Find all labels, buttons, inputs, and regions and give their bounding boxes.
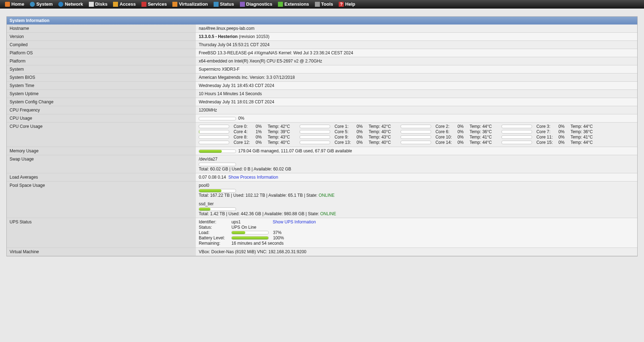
core-bar [401, 141, 431, 144]
row-memory-value: 179.04 GiB managed, 111.07 GiB used, 67.… [196, 147, 637, 155]
core-bar [199, 141, 229, 144]
core-5: Core 5:0%Temp: 40°C [300, 129, 401, 134]
access-icon [113, 2, 118, 7]
help-icon: ? [339, 2, 344, 7]
nav-help[interactable]: ?Help [337, 1, 357, 7]
core-bar [501, 141, 532, 144]
core-12: Core 12:0%Temp: 40°C [199, 140, 300, 145]
row-compiled-label: Compiled [7, 41, 196, 49]
core-bar [300, 141, 330, 144]
core-bar [501, 125, 532, 128]
nav-virtualization[interactable]: Virtualization [170, 1, 210, 7]
nav-diagnostics[interactable]: Diagnostics [238, 1, 275, 7]
pool-bar [199, 207, 236, 211]
core-bar [401, 130, 431, 134]
row-uptime-value: 10 Hours 14 Minutes 14 Seconds [196, 90, 637, 98]
home-icon [5, 2, 10, 7]
pool-bar [199, 189, 236, 192]
core-bar [401, 125, 431, 128]
core-9: Core 9:0%Temp: 43°C [300, 135, 401, 140]
virtualization-icon [172, 2, 177, 7]
core-bar [300, 130, 330, 134]
core-7: Core 7:0%Temp: 36°C [501, 129, 602, 134]
cpu-usage-bar [199, 117, 236, 120]
core-11: Core 11:0%Temp: 41°C [501, 135, 602, 140]
row-bios-value: American Megatrends Inc. Version: 3.3 07… [196, 74, 637, 82]
info-table: Hostnamenas4free.linux.peeps-lab.com Ver… [7, 25, 637, 256]
pool-ssd_tier: ssd_tierTotal: 1.42 TB | Used: 442.36 GB… [199, 201, 634, 216]
row-platformos-value: FreeBSD 13.3-RELEASE-p4 #XigmaNAS Kernel… [196, 49, 637, 57]
row-platformos-label: Platform OS [7, 49, 196, 57]
row-swap-value: /dev/da27Total: 60.02 GB | Used: 0 B | A… [196, 155, 637, 173]
disks-icon [89, 2, 94, 7]
row-time-label: System Time [7, 82, 196, 90]
row-bios-label: System BIOS [7, 74, 196, 82]
row-config-label: System Config Change [7, 98, 196, 106]
show-process-info-link[interactable]: Show Process Information [229, 175, 278, 180]
row-swap-label: Swap Usage [7, 155, 196, 173]
row-ups-label: UPS Status [7, 218, 196, 248]
nav-system[interactable]: System [28, 1, 55, 7]
pool-state: ONLINE [320, 211, 336, 216]
pool-state: ONLINE [319, 193, 335, 198]
core-13: Core 13:0%Temp: 40°C [300, 140, 401, 145]
ups-batt-bar [231, 236, 269, 240]
row-load-label: Load Averages [7, 173, 196, 181]
show-ups-info-link[interactable]: Show UPS Information [273, 219, 316, 224]
core-15: Core 15:0%Temp: 44°C [501, 140, 602, 145]
core-10: Core 10:0%Temp: 41°C [401, 135, 501, 140]
row-platform-value: x64-embedded on Intel(R) Xeon(R) CPU E5-… [196, 57, 637, 65]
nav-services[interactable]: Services [139, 1, 169, 7]
core-6: Core 6:0%Temp: 36°C [401, 129, 501, 134]
row-vm-label: Virtual Machine [7, 248, 196, 256]
row-vm-value: VBox: Docker-Nas (8192 MiB) VNC: 192.168… [196, 248, 637, 256]
nav-home[interactable]: Home [3, 1, 26, 7]
core-1: Core 1:0%Temp: 42°C [300, 124, 401, 129]
nav-access[interactable]: Access [111, 1, 138, 7]
row-coreusage-value: Core 0:0%Temp: 42°CCore 1:0%Temp: 42°CCo… [196, 123, 637, 147]
row-compiled-value: Thursday July 04 15:53:21 CDT 2024 [196, 41, 637, 49]
row-version-label: Version [7, 33, 196, 41]
core-bar [401, 135, 431, 139]
row-hostname-label: Hostname [7, 25, 196, 33]
row-memory-label: Memory Usage [7, 147, 196, 155]
core-0: Core 0:0%Temp: 42°C [199, 124, 300, 129]
diagnostics-icon [240, 2, 245, 7]
nav-status[interactable]: Status [211, 1, 236, 7]
swap-bar [199, 163, 236, 166]
system-icon [30, 2, 35, 7]
services-icon [141, 2, 146, 7]
network-icon [58, 2, 63, 7]
tools-icon [315, 2, 320, 7]
core-14: Core 14:0%Temp: 44°C [401, 140, 501, 145]
core-4: Core 4:1%Temp: 39°C [199, 129, 300, 134]
core-8: Core 8:0%Temp: 43°C [199, 135, 300, 140]
core-bar [300, 125, 330, 128]
row-pool-value: pool0Total: 167.22 TB | Used: 102.12 TB … [196, 181, 637, 218]
nav-network[interactable]: Network [56, 1, 85, 7]
row-load-value: 0.07 0.08 0.14 Show Process Information [196, 173, 637, 181]
nav-disks[interactable]: Disks [87, 1, 110, 7]
core-bar [300, 135, 330, 139]
system-info-panel: System Information Hostnamenas4free.linu… [6, 16, 638, 256]
row-platform-label: Platform [7, 57, 196, 65]
core-3: Core 3:0%Temp: 44°C [501, 124, 602, 129]
nav-tools[interactable]: Tools [313, 1, 336, 7]
row-cpuusage-label: CPU Usage [7, 114, 196, 123]
status-icon [214, 2, 219, 7]
top-nav: HomeSystemNetworkDisksAccessServicesVirt… [0, 0, 644, 9]
row-system-value: Supermicro X9DR3-F [196, 65, 637, 74]
nav-extensions[interactable]: Extensions [276, 1, 311, 7]
core-bar [501, 135, 532, 139]
row-pool-label: Pool Space Usage [7, 181, 196, 218]
extensions-icon [278, 2, 283, 7]
row-time-value: Wednesday July 31 18:45:43 CDT 2024 [196, 82, 637, 90]
core-bar [199, 130, 229, 134]
row-system-label: System [7, 65, 196, 74]
row-uptime-label: System Uptime [7, 90, 196, 98]
ups-load-bar [231, 231, 269, 234]
core-bar [199, 135, 229, 139]
pool-pool0: pool0Total: 167.22 TB | Used: 102.12 TB … [199, 183, 634, 198]
row-config-value: Wednesday July 31 18:01:28 CDT 2024 [196, 98, 637, 106]
row-freq-value: 1200MHz [196, 106, 637, 114]
